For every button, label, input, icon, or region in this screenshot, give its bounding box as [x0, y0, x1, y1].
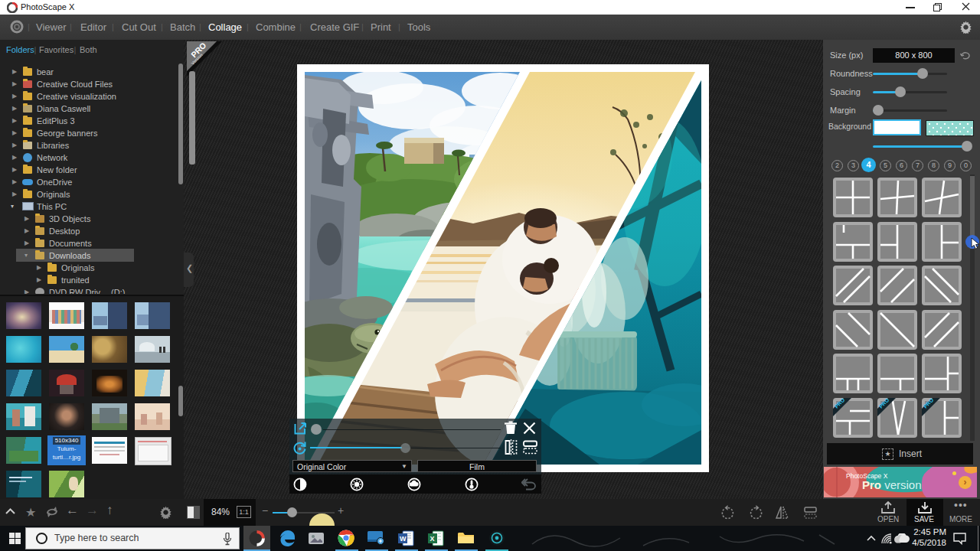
svg-text:W: W: [400, 535, 407, 543]
svg-text:X: X: [430, 535, 435, 543]
